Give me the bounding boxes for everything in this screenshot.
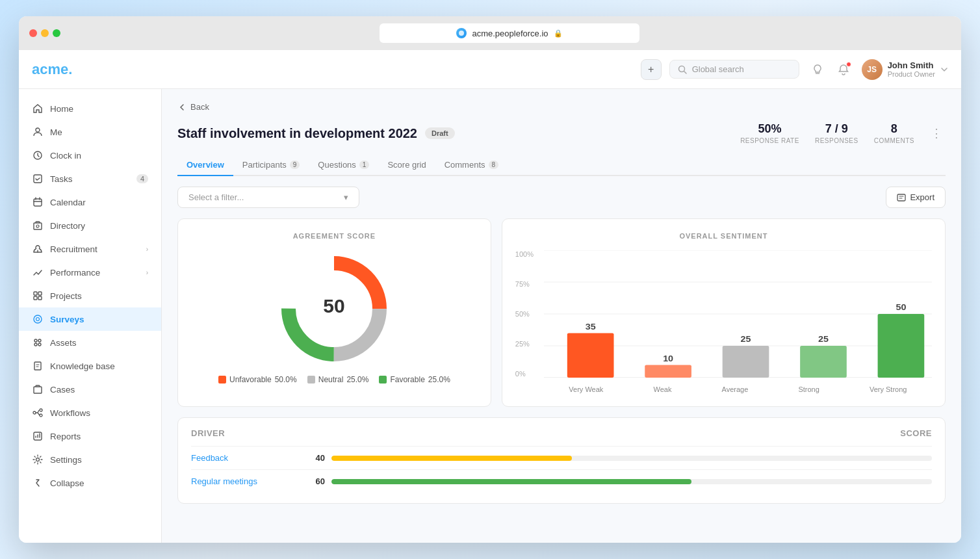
svg-point-14 <box>34 315 42 323</box>
svg-point-19 <box>38 343 41 346</box>
user-text: John Smith Product Owner <box>888 60 935 78</box>
collapse-icon <box>32 477 44 489</box>
svg-rect-27 <box>897 194 905 201</box>
export-label: Export <box>910 192 935 202</box>
svg-rect-20 <box>34 362 41 370</box>
top-bar-icons <box>807 59 854 80</box>
drivers-card: Driver Score Feedback 40 Regular <box>177 417 946 504</box>
more-options-button[interactable]: ⋮ <box>927 124 946 142</box>
dot-close[interactable] <box>29 29 37 37</box>
charts-row: AGREEMENT SCORE <box>177 218 946 407</box>
legend-color-favorable <box>379 376 387 384</box>
chevron-down-icon <box>940 66 948 73</box>
back-label: Back <box>190 102 209 112</box>
address-bar[interactable]: acme.peopleforce.io 🔒 <box>380 23 639 43</box>
export-button[interactable]: Export <box>886 187 946 208</box>
sidebar-item-label-directory: Directory <box>50 221 85 231</box>
sidebar-item-label-reports: Reports <box>50 432 81 441</box>
comments-count: 8 <box>489 161 499 169</box>
sidebar-item-label-settings: Settings <box>50 455 82 465</box>
tab-score-grid[interactable]: Score grid <box>378 155 435 176</box>
driver-name-meetings[interactable]: Regular meetings <box>191 476 295 486</box>
user-avatar: JS <box>862 59 883 80</box>
sidebar-item-label-assets: Assets <box>50 338 77 348</box>
back-link[interactable]: Back <box>177 102 946 112</box>
sidebar-item-projects[interactable]: Projects <box>19 284 161 307</box>
driver-row-meetings: Regular meetings 60 <box>191 469 932 493</box>
y-label-50: 50% <box>515 310 534 318</box>
sidebar-item-settings[interactable]: Settings <box>19 448 161 471</box>
drivers-header-right: Score <box>900 428 932 438</box>
driver-name-feedback[interactable]: Feedback <box>191 453 295 463</box>
sidebar-item-label-performance: Performance <box>50 268 100 278</box>
x-label-average: Average <box>722 385 749 393</box>
workflows-icon <box>32 407 44 419</box>
svg-rect-12 <box>34 296 37 300</box>
svg-rect-13 <box>38 296 42 300</box>
sidebar-item-knowledge-base[interactable]: Knowledge base <box>19 354 161 378</box>
top-bar-actions: + Global search <box>641 59 948 80</box>
tab-participants[interactable]: Participants 9 <box>233 155 309 176</box>
tab-comments[interactable]: Comments 8 <box>435 155 508 176</box>
sidebar-item-home[interactable]: Home <box>19 97 161 120</box>
bar-chart-svg: 35 10 25 25 <box>544 250 932 378</box>
sidebar-item-cases[interactable]: Cases <box>19 378 161 401</box>
surveys-icon <box>32 313 44 325</box>
x-axis-labels: Very Weak Weak Average Strong Very Stron… <box>544 385 932 393</box>
sidebar-item-label-workflows: Workflows <box>50 408 90 418</box>
questions-count: 1 <box>359 161 370 169</box>
svg-rect-10 <box>34 292 37 295</box>
overall-sentiment-card: OVERALL SENTIMENT 100% 75% 50% 25% 0% <box>502 218 946 407</box>
draft-badge: Draft <box>425 127 455 139</box>
filter-select[interactable]: Select a filter... ▾ <box>177 187 359 208</box>
stat-response-rate: 50% RESPONSE RATE <box>740 122 799 144</box>
user-menu[interactable]: JS John Smith Product Owner <box>862 59 948 80</box>
sidebar-item-me[interactable]: Me <box>19 120 161 144</box>
sidebar-item-surveys[interactable]: Surveys <box>19 307 161 331</box>
sidebar-item-collapse[interactable]: Collapse <box>19 471 161 495</box>
driver-score-meetings: 60 <box>305 476 325 486</box>
sidebar-item-label-collapse: Collapse <box>50 478 84 488</box>
tab-questions[interactable]: Questions 1 <box>309 155 378 176</box>
legend-label-neutral: Neutral <box>318 375 344 384</box>
sidebar-item-label-home: Home <box>50 104 73 114</box>
overall-sentiment-title: OVERALL SENTIMENT <box>515 232 932 240</box>
sidebar-item-clock-in[interactable]: Clock in <box>19 144 161 167</box>
bar-val-weak: 10 <box>663 354 673 363</box>
tab-overview[interactable]: Overview <box>177 155 233 176</box>
assets-icon <box>32 337 44 348</box>
page-header: Staff involvement in development 2022 Dr… <box>177 122 946 144</box>
directory-icon <box>32 220 44 231</box>
svg-point-22 <box>33 411 36 414</box>
sidebar-item-performance[interactable]: Performance › <box>19 261 161 284</box>
driver-row-feedback: Feedback 40 <box>191 446 932 469</box>
sidebar-item-reports[interactable]: Reports <box>19 424 161 448</box>
clock-icon <box>32 150 44 161</box>
legend-pct-favorable: 25.0% <box>428 375 450 384</box>
x-label-very-weak: Very Weak <box>569 385 603 393</box>
projects-icon <box>32 290 44 302</box>
legend-pct-unfavorable: 50.0% <box>275 375 297 384</box>
page-title-row: Staff involvement in development 2022 Dr… <box>177 126 455 141</box>
driver-bar-fill-feedback <box>331 456 572 461</box>
sidebar-item-tasks[interactable]: Tasks 4 <box>19 167 161 190</box>
lightbulb-button[interactable] <box>807 59 828 80</box>
recruitment-icon <box>32 243 44 255</box>
recruitment-chevron: › <box>146 246 148 253</box>
notification-button[interactable] <box>833 59 854 80</box>
svg-rect-11 <box>38 292 42 295</box>
dot-minimize[interactable] <box>41 29 49 37</box>
add-button[interactable]: + <box>641 59 662 80</box>
svg-point-9 <box>36 225 39 228</box>
sidebar-item-calendar[interactable]: Calendar <box>19 190 161 214</box>
sidebar-item-assets[interactable]: Assets <box>19 331 161 354</box>
sidebar-item-recruitment[interactable]: Recruitment › <box>19 237 161 261</box>
sidebar-item-directory[interactable]: Directory <box>19 214 161 237</box>
agreement-score-card: AGREEMENT SCORE <box>177 218 491 407</box>
sidebar-item-workflows[interactable]: Workflows <box>19 401 161 424</box>
global-search-bar[interactable]: Global search <box>669 60 799 79</box>
bar-average <box>723 346 769 378</box>
donut-center-value: 50 <box>324 295 345 317</box>
svg-rect-7 <box>34 199 42 206</box>
dot-maximize[interactable] <box>53 29 60 37</box>
